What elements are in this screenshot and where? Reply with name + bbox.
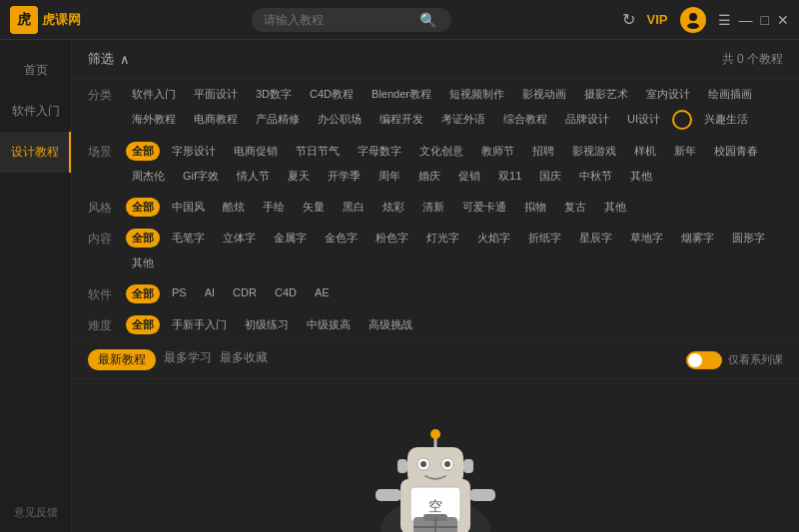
content-circle[interactable]: 圆形字 (726, 229, 771, 248)
content-origami[interactable]: 折纸字 (522, 229, 567, 248)
style-chinese[interactable]: 中国风 (166, 198, 211, 217)
scene-valentine[interactable]: 情人节 (231, 167, 276, 186)
tag-3d[interactable]: 3D数字 (250, 85, 298, 104)
difficulty-all[interactable]: 全部 (126, 315, 160, 334)
software-ai[interactable]: AI (199, 284, 221, 303)
tag-photo[interactable]: 摄影艺术 (578, 85, 634, 104)
style-fresh[interactable]: 清新 (416, 198, 450, 217)
content-all[interactable]: 全部 (126, 229, 160, 248)
logo[interactable]: 虎 虎课网 (10, 6, 81, 34)
avatar[interactable] (680, 7, 706, 33)
filter-toggle[interactable]: 筛选 ∧ (88, 50, 130, 68)
scene-newyear[interactable]: 新年 (668, 142, 702, 161)
style-cool[interactable]: 酷炫 (217, 198, 251, 217)
style-colorful[interactable]: 炫彩 (377, 198, 410, 217)
scene-jay[interactable]: 周杰伦 (126, 167, 171, 186)
software-cdr[interactable]: CDR (227, 284, 263, 303)
tag-overseas[interactable]: 海外教程 (126, 110, 182, 130)
content-stars[interactable]: 星辰字 (573, 229, 618, 248)
content-3d[interactable]: 立体字 (217, 229, 262, 248)
difficulty-advanced[interactable]: 高级挑战 (363, 315, 418, 334)
series-toggle[interactable] (686, 351, 722, 369)
software-all[interactable]: 全部 (126, 284, 160, 303)
style-vector[interactable]: 矢量 (297, 198, 331, 217)
scene-wedding[interactable]: 婚庆 (412, 167, 446, 186)
tag-exam[interactable]: 考证外语 (435, 110, 491, 130)
scene-gif[interactable]: Gif字效 (177, 167, 225, 186)
scene-midautumn[interactable]: 中秋节 (573, 167, 618, 186)
refresh-icon[interactable]: ↻ (622, 10, 635, 29)
scene-recruit[interactable]: 招聘 (526, 142, 560, 161)
feedback-button[interactable]: 意见反馈 (0, 493, 71, 532)
content-fire[interactable]: 火焰字 (471, 229, 516, 248)
search-input[interactable] (264, 13, 413, 27)
content-smoke[interactable]: 烟雾字 (675, 229, 720, 248)
close-icon[interactable]: ✕ (777, 12, 789, 28)
tag-shortvideo[interactable]: 短视频制作 (443, 85, 510, 104)
tag-graphic[interactable]: 平面设计 (188, 85, 244, 104)
scene-ecom[interactable]: 电商促销 (228, 142, 284, 161)
scene-schoolstart[interactable]: 开学季 (322, 167, 367, 186)
style-all[interactable]: 全部 (126, 198, 160, 217)
sidebar-item-software[interactable]: 软件入门 (0, 91, 71, 132)
style-hand[interactable]: 手绘 (257, 198, 291, 217)
search-icon[interactable]: 🔍 (419, 12, 436, 28)
tag-ecommerce[interactable]: 电商教程 (188, 110, 244, 130)
scene-other[interactable]: 其他 (624, 167, 658, 186)
scene-culture[interactable]: 文化创意 (413, 142, 469, 161)
tag-programming[interactable]: 编程开发 (374, 110, 429, 130)
tag-c4d[interactable]: C4D教程 (304, 85, 360, 104)
scene-holiday[interactable]: 节日节气 (290, 142, 346, 161)
software-ps[interactable]: PS (166, 284, 193, 303)
tag-interior[interactable]: 室内设计 (640, 85, 696, 104)
software-c4d[interactable]: C4D (269, 284, 303, 303)
scene-teacher[interactable]: 教师节 (475, 142, 520, 161)
scene-font[interactable]: 字形设计 (166, 142, 222, 161)
tag-software-intro[interactable]: 软件入门 (126, 85, 182, 104)
difficulty-beginner[interactable]: 手新手入门 (166, 315, 233, 334)
difficulty-mid[interactable]: 中级拔高 (301, 315, 357, 334)
scene-anniversary[interactable]: 周年 (373, 167, 406, 186)
vip-badge[interactable]: VIP (647, 12, 668, 27)
scene-promo[interactable]: 促销 (452, 167, 486, 186)
content-light[interactable]: 灯光字 (420, 229, 465, 248)
search-bar[interactable]: 🔍 (252, 8, 451, 32)
menu-icon[interactable]: ☰ (718, 12, 731, 28)
sidebar-item-design[interactable]: 设计教程 (0, 132, 71, 173)
minimize-icon[interactable]: — (739, 12, 753, 28)
content-metal[interactable]: 金属字 (268, 229, 313, 248)
content-brush[interactable]: 毛笔字 (166, 229, 211, 248)
style-retro[interactable]: 复古 (558, 198, 592, 217)
scene-summer[interactable]: 夏天 (282, 167, 316, 186)
scene-mockup[interactable]: 样机 (628, 142, 662, 161)
tag-blender[interactable]: Blender教程 (366, 85, 437, 104)
software-ae[interactable]: AE (309, 284, 336, 303)
sort-most-learned[interactable]: 最多学习 (164, 349, 212, 370)
style-bw[interactable]: 黑白 (337, 198, 371, 217)
difficulty-basic[interactable]: 初级练习 (239, 315, 295, 334)
content-gold[interactable]: 金色字 (319, 229, 364, 248)
sort-latest[interactable]: 最新教程 (88, 349, 156, 370)
tag-brand[interactable]: 品牌设计 (559, 110, 615, 130)
content-grass[interactable]: 草地字 (624, 229, 669, 248)
sort-most-favorited[interactable]: 最多收藏 (220, 349, 268, 370)
style-cute[interactable]: 可爱卡通 (456, 198, 512, 217)
content-other[interactable]: 其他 (126, 254, 160, 272)
tag-filmani[interactable]: 影视动画 (516, 85, 572, 104)
scene-all[interactable]: 全部 (126, 142, 160, 161)
scene-campus[interactable]: 校园青春 (708, 142, 764, 161)
tag-illustration[interactable]: 绘画插画 (702, 85, 758, 104)
tag-interest[interactable] (672, 110, 692, 130)
scene-game[interactable]: 影视游戏 (566, 142, 622, 161)
scene-double11[interactable]: 双11 (492, 167, 527, 186)
tag-interest-label[interactable]: 兴趣生活 (698, 110, 754, 130)
tag-comprehensive[interactable]: 综合教程 (497, 110, 553, 130)
content-pink[interactable]: 粉色字 (370, 229, 414, 248)
tag-office[interactable]: 办公职场 (312, 110, 368, 130)
tag-product[interactable]: 产品精修 (250, 110, 306, 130)
style-other[interactable]: 其他 (598, 198, 632, 217)
style-skeu[interactable]: 拟物 (518, 198, 552, 217)
tag-ui[interactable]: UI设计 (621, 110, 666, 130)
scene-alphaNum[interactable]: 字母数字 (352, 142, 407, 161)
scene-national[interactable]: 国庆 (533, 167, 567, 186)
